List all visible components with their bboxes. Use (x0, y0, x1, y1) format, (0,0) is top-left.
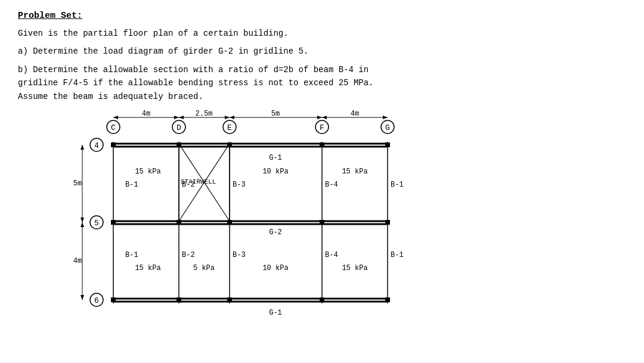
problem-title: Problem Set: (18, 11, 626, 21)
svg-marker-24 (322, 116, 327, 119)
svg-marker-25 (383, 116, 388, 119)
svg-marker-19 (225, 116, 230, 119)
col-F-text: F (320, 123, 324, 132)
line1: Given is the partial floor plan of a cer… (18, 27, 626, 40)
beam-B4-f45: B-4 (325, 181, 338, 189)
node-C4 (111, 142, 116, 147)
stairwell-label: STAIRWELL (181, 178, 216, 185)
load-10kpa-bot: 10 kPa (262, 264, 288, 272)
col-G-text: G (385, 123, 390, 132)
line3a: b) Determine the allowable section with … (18, 65, 369, 75)
line3c: Assume the beam is adequately braced. (18, 92, 203, 101)
svg-marker-30 (80, 222, 84, 227)
svg-marker-28 (80, 218, 84, 222)
node-C5 (111, 220, 116, 225)
beam-B1-c45: B-1 (125, 181, 138, 189)
beam-B1-g45: B-1 (391, 181, 404, 189)
node-D6 (177, 297, 181, 302)
beam-B1-c56: B-1 (125, 251, 138, 259)
svg-marker-22 (317, 116, 322, 119)
svg-marker-16 (174, 116, 179, 119)
line3: b) Determine the allowable section with … (18, 63, 626, 103)
girder-G1-top: G-1 (269, 154, 282, 162)
node-E6 (227, 297, 232, 302)
dim-4m-vert: 4m (73, 257, 82, 265)
floor-plan-svg: C D E F G 4 5 6 4m 2.5m (54, 109, 483, 330)
beam-B2-d56: B-2 (182, 251, 195, 259)
load-15kpa-top-left: 15 kPa (135, 167, 160, 176)
col-C-text: C (111, 123, 116, 132)
node-G5 (385, 220, 390, 225)
girder-G2: G-2 (269, 228, 282, 237)
svg-marker-21 (230, 116, 234, 119)
floor-plan-diagram: C D E F G 4 5 6 4m 2.5m (54, 109, 483, 330)
line2: a) Determine the load diagram of girder … (18, 45, 626, 58)
line3b: gridline F/4-5 if the allowable bending … (18, 78, 374, 88)
row-4-text: 4 (94, 141, 99, 150)
beam-B1-g56: B-1 (391, 251, 404, 259)
load-15kpa-bot-left: 15 kPa (135, 264, 160, 272)
row-6-text: 6 (94, 296, 99, 305)
beam-B3-e45: B-3 (233, 181, 246, 189)
svg-marker-31 (80, 295, 84, 300)
dim-2-5m: 2.5m (196, 110, 213, 118)
node-C6 (111, 297, 116, 302)
load-5kpa-bot: 5 kPa (193, 264, 215, 272)
load-10kpa-top-right: 10 kPa (262, 167, 288, 176)
svg-marker-27 (80, 145, 84, 150)
dim-4m: 4m (142, 110, 150, 118)
node-F6 (320, 297, 324, 302)
beam-B3-e56: B-3 (233, 251, 246, 259)
node-G6 (385, 297, 390, 302)
beam-B4-f56: B-4 (325, 251, 338, 259)
svg-marker-15 (113, 116, 118, 119)
node-G4 (385, 142, 390, 147)
col-E-text: E (227, 123, 232, 132)
dim-5m-vert: 5m (73, 179, 82, 188)
node-F5 (320, 220, 324, 225)
dim-4m-right: 4m (351, 110, 359, 118)
girder-G1-bottom: G-1 (269, 309, 282, 317)
dim-5m: 5m (271, 110, 280, 118)
col-D-text: D (177, 123, 181, 132)
row-5-text: 5 (94, 219, 99, 228)
svg-marker-18 (179, 116, 184, 119)
load-15kpa-bot-far: 15 kPa (342, 264, 367, 272)
load-15kpa-top-far: 15 kPa (342, 167, 367, 176)
node-F4 (320, 142, 324, 147)
